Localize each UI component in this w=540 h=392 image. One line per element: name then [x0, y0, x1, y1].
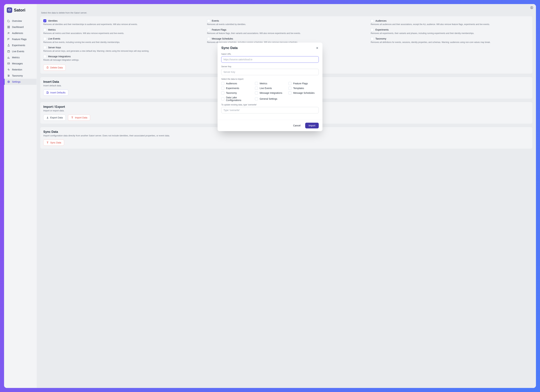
nav-feature-flags[interactable]: Feature Flags: [4, 36, 36, 42]
svg-point-13: [8, 81, 9, 82]
insert-defaults-button[interactable]: Insert Defaults: [43, 89, 68, 96]
cancel-button[interactable]: Cancel: [290, 123, 303, 128]
import-options-grid: Audiences Metrics Feature Flags Experime…: [221, 82, 319, 102]
opt-desc: Removes all definitions for events, sess…: [371, 41, 529, 44]
checkbox[interactable]: [221, 87, 224, 90]
opt-title: Events: [212, 20, 219, 22]
opt-desc: Removes all audiences and their associat…: [371, 23, 529, 26]
file-plus-icon: [46, 91, 49, 94]
user-avatar-button[interactable]: [530, 6, 534, 10]
modal-title: Sync Data: [221, 46, 238, 50]
import-opt-templates[interactable]: Templates: [288, 87, 319, 90]
svg-rect-3: [9, 26, 10, 27]
opt-desc: Removes all feature flags, their variant…: [207, 32, 366, 35]
nav-messages[interactable]: Messages: [4, 60, 36, 67]
topbar: [530, 6, 534, 10]
export-data-button[interactable]: Export Data: [43, 115, 66, 121]
satori-url-input[interactable]: [221, 56, 319, 63]
chart-icon: [7, 56, 10, 59]
checkbox[interactable]: [288, 91, 291, 94]
sync-sub: Import configuration data directly from …: [43, 134, 529, 137]
nav-settings[interactable]: Settings: [4, 79, 36, 85]
import-button[interactable]: Import: [305, 123, 319, 128]
nav-metrics[interactable]: Metrics: [4, 54, 36, 60]
checkbox-experiments[interactable]: [371, 28, 374, 31]
checkbox-feature-flags[interactable]: [207, 28, 210, 31]
svg-rect-8: [8, 50, 10, 52]
checkbox[interactable]: [288, 82, 291, 85]
import-data-button[interactable]: Import Data: [68, 115, 90, 121]
opt-label: Metrics: [260, 82, 267, 85]
nav-live-events[interactable]: Live Events: [4, 48, 36, 54]
import-opt-metrics[interactable]: Metrics: [255, 82, 285, 85]
checkbox[interactable]: [221, 97, 224, 100]
opt-title: Audiences: [375, 20, 386, 22]
delete-data-button[interactable]: Delete Data: [43, 64, 66, 71]
checkbox-live-events[interactable]: [43, 37, 46, 40]
checkbox[interactable]: [288, 87, 291, 90]
satori-url-label: Satori URL: [221, 53, 319, 55]
sync-data-button[interactable]: Sync Data: [43, 140, 64, 146]
opt-label: Experiments: [226, 87, 239, 89]
import-select-label: Select the data to import:: [221, 78, 319, 80]
opt-title: Live Events: [48, 37, 60, 40]
svg-point-12: [8, 76, 9, 77]
opt-label: Message Integrations: [260, 92, 282, 94]
import-opt-experiments[interactable]: Experiments: [221, 87, 252, 90]
import-opt-message-schedules[interactable]: Message Schedules: [288, 91, 319, 94]
opt-label: General Settings: [260, 98, 277, 100]
nav-label: Overview: [12, 20, 22, 22]
server-key-input[interactable]: [221, 69, 319, 75]
svg-point-10: [8, 75, 9, 75]
checkbox[interactable]: [221, 82, 224, 85]
nav-label: Settings: [12, 80, 21, 83]
delete-opt-feature-flags: Feature Flags Removes all feature flags,…: [207, 28, 366, 35]
delete-description: Select the data to delete from the Sator…: [41, 11, 533, 14]
delete-opt-live-events: Live Events Removes all live events, inc…: [43, 37, 202, 44]
opt-title: Server Keys: [48, 46, 61, 49]
import-opt-message-integrations[interactable]: Message Integrations: [255, 91, 285, 94]
checkbox[interactable]: [255, 91, 258, 94]
nav-taxonomy[interactable]: Taxonomy: [4, 73, 36, 79]
server-key-label: Server Key: [221, 65, 319, 68]
import-opt-feature-flags[interactable]: Feature Flags: [288, 82, 319, 85]
nav: Overview Dashboard Audiences Feature Fla…: [4, 18, 36, 85]
checkbox-message-integrations[interactable]: [43, 55, 46, 58]
nav-label: Retention: [12, 68, 22, 71]
nav-label: Messages: [12, 62, 23, 65]
opt-label: Live Events: [260, 87, 272, 89]
nav-dashboard[interactable]: Dashboard: [4, 24, 36, 30]
import-opt-data-lake[interactable]: Data Lake Configurations: [221, 96, 252, 102]
checkbox-metrics[interactable]: [43, 28, 46, 31]
checkbox-server-keys[interactable]: [43, 46, 46, 49]
close-icon[interactable]: [316, 46, 319, 49]
delete-opt-events: Events Removes all events submitted by i…: [207, 19, 366, 26]
checkbox-message-schedules[interactable]: [207, 37, 210, 40]
overwrite-input[interactable]: [221, 107, 319, 113]
nav-label: Audiences: [12, 32, 23, 34]
delete-opt-metrics: Metrics Removes all metrics and their as…: [43, 28, 202, 35]
nav-audiences[interactable]: Audiences: [4, 30, 36, 36]
checkbox-identities[interactable]: [43, 19, 46, 22]
retention-icon: [7, 68, 10, 71]
checkbox[interactable]: [255, 82, 258, 85]
opt-desc: Resets all message integration settings.: [43, 59, 202, 62]
opt-title: Metrics: [48, 28, 56, 31]
upload-icon: [46, 141, 49, 144]
import-opt-general-settings[interactable]: General Settings: [255, 96, 285, 102]
nav-overview[interactable]: Overview: [4, 18, 36, 24]
nav-retention[interactable]: Retention: [4, 67, 36, 73]
nav-label: Metrics: [12, 56, 20, 59]
checkbox[interactable]: [221, 91, 224, 94]
checkbox[interactable]: [255, 97, 258, 100]
checkbox[interactable]: [255, 87, 258, 90]
checkbox-taxonomy[interactable]: [371, 37, 374, 40]
delete-opt-experiments: Experiments Removes all experiments, the…: [371, 28, 529, 35]
svg-point-15: [531, 7, 532, 8]
import-opt-taxonomy[interactable]: Taxonomy: [221, 91, 252, 94]
checkbox-events[interactable]: [207, 19, 210, 22]
import-opt-audiences[interactable]: Audiences: [221, 82, 252, 85]
import-opt-live-events[interactable]: Live Events: [255, 87, 285, 90]
nav-experiments[interactable]: Experiments: [4, 42, 36, 48]
checkbox-audiences[interactable]: [371, 19, 374, 22]
